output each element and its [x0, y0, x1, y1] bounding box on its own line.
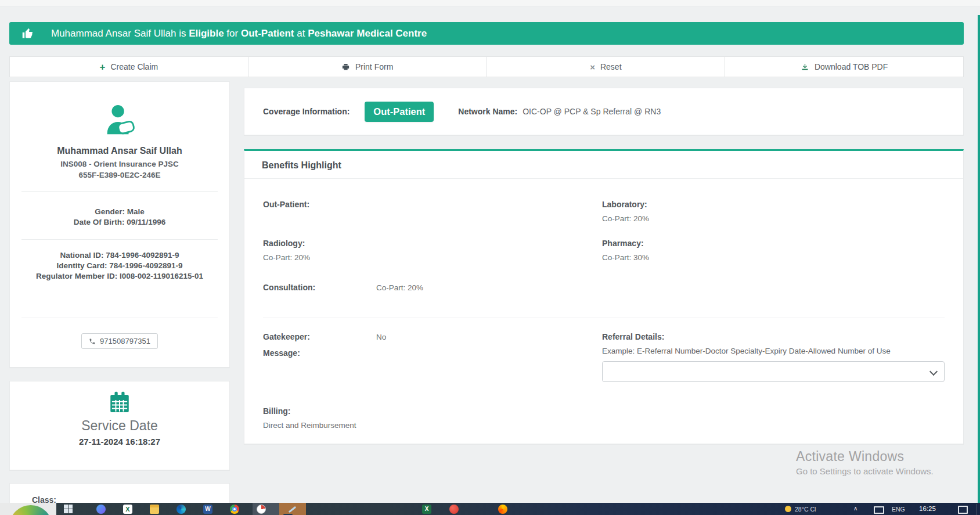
benefits-highlight-card: Benefits Highlight Out-Patient: Laborato… — [244, 149, 964, 444]
download-tob-pdf-button[interactable]: Download TOB PDF — [725, 57, 963, 77]
coverage-information-label: Coverage Information: — [263, 107, 350, 116]
printer-icon — [341, 63, 350, 71]
banner-bold-provider: Peshawar Medical Centre — [308, 28, 427, 39]
scrollbar[interactable] — [978, 15, 980, 503]
print-form-label: Print Form — [355, 62, 393, 71]
calendar-icon — [107, 390, 132, 415]
taskbar-background — [56, 503, 980, 515]
chevron-down-icon — [929, 368, 938, 376]
windows-start-button[interactable] — [64, 505, 73, 513]
message-label: Message: — [263, 348, 602, 358]
referral-details-block: Referral Details: Example: E-Referral Nu… — [602, 332, 945, 382]
gatekeeper-row: Gatekeeper: No — [263, 332, 602, 341]
national-id-row: National ID: 784-1996-4092891-9 — [10, 250, 229, 261]
thumbs-up-icon — [21, 27, 34, 39]
weather-temperature[interactable]: 28°C Cl — [795, 506, 816, 513]
identity-card-value: 784-1996-4092891-9 — [109, 261, 182, 270]
radiology-value: Co-Part: 20% — [263, 253, 602, 262]
edge-icon[interactable] — [176, 505, 186, 514]
banner-text-part: for — [224, 28, 241, 39]
regulator-member-id-row: Regulator Member ID: I008-002-119016215-… — [10, 271, 229, 282]
dob-value: 09/11/1996 — [127, 218, 165, 226]
divider — [21, 191, 218, 192]
taskbar-corner — [0, 503, 56, 515]
show-desktop-divider[interactable] — [977, 504, 977, 515]
laboratory-label: Laboratory: — [602, 200, 945, 209]
create-claim-button[interactable]: + Create Claim — [10, 57, 248, 77]
identity-card-row: Identity Card: 784-1996-4092891-9 — [10, 261, 229, 271]
member-profile-card: Muhammad Ansar Saif Ullah INS008 - Orien… — [9, 81, 230, 368]
print-form-button[interactable]: Print Form — [248, 57, 487, 77]
benefit-radiology: Radiology: Co-Part: 20% — [263, 239, 602, 262]
service-date-value: 27-11-2024 16:18:27 — [10, 437, 229, 446]
app-logo[interactable] — [9, 505, 52, 515]
regulator-member-id-value: I008-002-119016215-01 — [120, 272, 203, 280]
notification-center-icon[interactable] — [958, 506, 968, 514]
laboratory-value: Co-Part: 20% — [602, 214, 945, 223]
windows-taskbar: X W O X 28°C Cl ∧ ENG 16:25 — [0, 503, 980, 515]
excel-green-icon[interactable]: X — [422, 505, 431, 514]
national-id-label: National ID: — [60, 251, 104, 260]
divider — [21, 239, 218, 240]
referral-example-text: Example: E-Referral Number-Doctor Specia… — [602, 347, 945, 355]
regulator-member-id-label: Regulator Member ID: — [36, 272, 117, 280]
gender-row: Gender: Male — [10, 207, 229, 217]
watermark-line2: Go to Settings to activate Windows. — [796, 466, 934, 476]
weather-icon[interactable] — [785, 506, 791, 512]
phone-icon — [89, 338, 96, 345]
billing-value: Direct and Reimbursement — [263, 421, 945, 430]
gatekeeper-label: Gatekeeper: — [263, 332, 376, 341]
gender-label: Gender: — [95, 207, 125, 216]
plus-icon: + — [100, 62, 106, 72]
clock-icon[interactable] — [257, 505, 266, 514]
firefox-icon[interactable] — [498, 505, 507, 514]
phone-number: 971508797351 — [100, 337, 150, 345]
divider — [21, 318, 218, 318]
benefit-out-patient: Out-Patient: — [263, 200, 602, 223]
billing-label: Billing: — [263, 406, 945, 416]
service-date-title: Service Date — [10, 418, 229, 434]
activate-windows-watermark: Activate Windows Go to Settings to activ… — [796, 449, 934, 476]
pen-tool-icon[interactable] — [288, 505, 297, 514]
taskbar-clock[interactable]: 16:25 — [919, 505, 936, 512]
word-letter: W — [205, 506, 210, 512]
copilot-icon[interactable] — [96, 505, 106, 514]
excel-icon[interactable]: X — [123, 505, 132, 514]
language-indicator[interactable]: ENG — [892, 506, 905, 513]
reset-button[interactable]: × Reset — [487, 57, 726, 77]
benefit-laboratory: Laboratory: Co-Part: 20% — [602, 200, 945, 223]
coverage-information-card: Coverage Information: Out-Patient Networ… — [244, 88, 964, 135]
gatekeeper-message-block: Gatekeeper: No Message: — [263, 332, 602, 382]
network-name-label: Network Name: — [458, 107, 517, 116]
consultation-label: Consultation: — [263, 283, 376, 292]
chrome-icon[interactable] — [230, 505, 239, 514]
banner-bold-eligible: Eligible — [189, 28, 224, 39]
reset-label: Reset — [600, 62, 622, 71]
pharmacy-value: Co-Part: 30% — [602, 253, 945, 262]
referral-details-label: Referral Details: — [602, 332, 945, 341]
tray-chevron-icon[interactable]: ∧ — [853, 505, 858, 512]
close-icon: × — [590, 63, 595, 71]
excel-letter: X — [125, 506, 129, 513]
banner-text-part: Muhammad Ansar Saif Ullah is — [51, 28, 189, 39]
consultation-value: Co-Part: 20% — [376, 283, 423, 292]
member-name: Muhammad Ansar Saif Ullah — [10, 146, 229, 156]
service-date-card: Service Date 27-11-2024 16:18:27 — [9, 381, 230, 470]
download-tob-label: Download TOB PDF — [815, 62, 888, 71]
network-name-value: OIC-OP @ PCP & Sp Referral @ RN3 — [523, 107, 661, 116]
radiology-label: Radiology: — [263, 239, 602, 248]
download-icon — [801, 63, 809, 71]
eligibility-message: Muhammad Ansar Saif Ullah is Eligible fo… — [51, 28, 427, 39]
action-toolbar: + Create Claim Print Form × Reset Downlo… — [9, 56, 964, 77]
file-explorer-icon[interactable] — [150, 505, 159, 514]
referral-select[interactable] — [602, 361, 945, 382]
word-icon[interactable]: W — [203, 505, 212, 514]
banner-bold-outpatient: Out-Patient — [241, 28, 294, 39]
display-tray-icon[interactable] — [874, 506, 884, 514]
out-patient-label: Out-Patient: — [263, 200, 602, 209]
benefit-consultation: Consultation: Co-Part: 20% — [263, 283, 602, 292]
watermark-line1: Activate Windows — [796, 449, 934, 464]
coverage-type-badge[interactable]: Out-Patient — [365, 102, 434, 122]
browser-red-icon[interactable] — [449, 505, 459, 514]
phone-button[interactable]: 971508797351 — [81, 333, 158, 349]
